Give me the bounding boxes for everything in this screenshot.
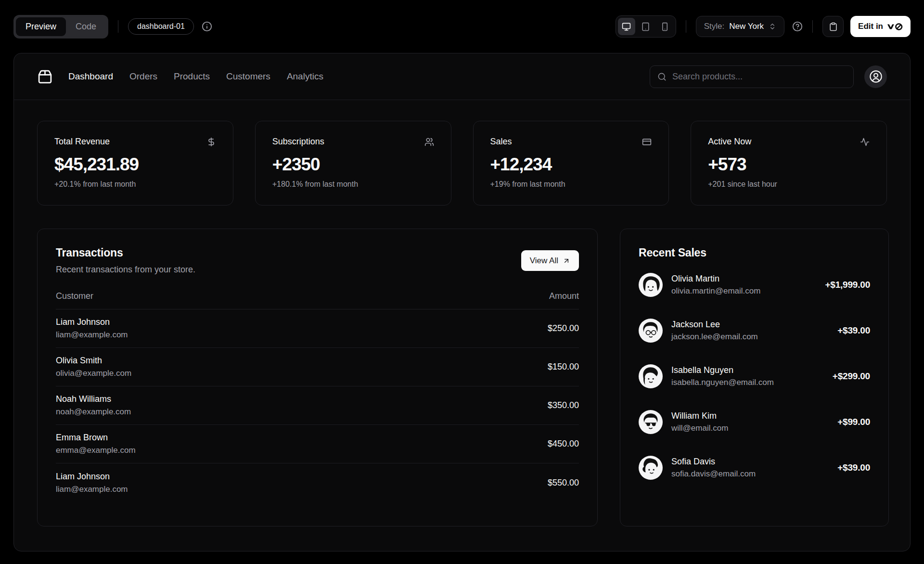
customer-name: Liam Johnson (56, 472, 128, 482)
avatar (639, 319, 663, 343)
transaction-amount: $550.00 (548, 478, 579, 488)
nav-item-products[interactable]: Products (174, 71, 210, 82)
style-select[interactable]: Style: New York (696, 16, 784, 37)
sale-customer-name: Isabella Nguyen (671, 365, 774, 375)
customer-email: liam@example.com (56, 330, 128, 340)
toolbar-right-group: Style: New York Edit in (616, 15, 911, 38)
sale-customer-name: Olivia Martin (671, 274, 760, 284)
nav-item-orders[interactable]: Orders (129, 71, 157, 82)
table-row[interactable]: Liam Johnson liam@example.com $550.00 (56, 463, 579, 502)
avatar (639, 273, 663, 297)
transactions-table-header: Customer Amount (56, 291, 579, 309)
list-item[interactable]: Olivia Martin olivia.martin@email.com +$… (639, 273, 870, 297)
stat-value: +12,234 (490, 154, 652, 175)
customer-name: Emma Brown (56, 433, 136, 443)
dashboard-preview-panel: Dashboard Orders Products Customers Anal… (13, 53, 911, 551)
stat-card-total-revenue: Total Revenue $45,231.89 +20.1% from las… (37, 121, 233, 205)
stat-value: $45,231.89 (54, 154, 216, 175)
transactions-title: Transactions (56, 246, 579, 259)
customer-email: liam@example.com (56, 485, 128, 494)
list-item[interactable]: Jackson Lee jackson.lee@email.com +$39.0… (639, 319, 870, 343)
search-input[interactable] (672, 72, 846, 82)
toolbar-divider (686, 20, 686, 33)
stat-value: +2350 (272, 154, 434, 175)
nav-item-analytics[interactable]: Analytics (287, 71, 323, 82)
stat-cards-row: Total Revenue $45,231.89 +20.1% from las… (37, 121, 887, 205)
toolbar-left-group: Preview Code dashboard-01 (13, 15, 212, 38)
user-circle-icon (869, 70, 883, 83)
avatar (639, 364, 663, 388)
customer-name: Liam Johnson (56, 317, 128, 327)
column-customer: Customer (56, 291, 93, 301)
product-search (650, 65, 854, 88)
transaction-amount: $250.00 (548, 323, 579, 333)
list-item[interactable]: Sofia Davis sofia.davis@email.com +$39.0… (639, 456, 870, 480)
dollar-sign-icon (206, 137, 216, 147)
edit-in-v0-button[interactable]: Edit in (850, 16, 911, 37)
block-name-badge: dashboard-01 (128, 18, 194, 35)
stat-card-active-now: Active Now +573 +201 since last hour (691, 121, 887, 205)
top-toolbar: Preview Code dashboard-01 Style: New Yor… (0, 0, 924, 53)
stat-change: +180.1% from last month (272, 180, 434, 189)
v0-logo-icon (887, 23, 903, 31)
transaction-amount: $150.00 (548, 362, 579, 372)
nav-item-dashboard[interactable]: Dashboard (68, 71, 113, 82)
recent-sales-list: Olivia Martin olivia.martin@email.com +$… (639, 273, 870, 480)
toolbar-divider (118, 20, 118, 33)
chevrons-up-down-icon (769, 23, 776, 30)
sale-amount: +$99.00 (837, 417, 870, 427)
table-row[interactable]: Noah Williams noah@example.com $350.00 (56, 386, 579, 425)
sale-customer-name: Jackson Lee (671, 320, 758, 330)
code-tab[interactable]: Code (66, 17, 106, 36)
stat-change: +201 since last hour (708, 180, 870, 189)
customer-email: olivia@example.com (56, 369, 131, 378)
monitor-icon[interactable] (618, 18, 635, 35)
sale-customer-name: Sofia Davis (671, 457, 756, 467)
clipboard-icon (829, 22, 838, 31)
device-preview-toggle (616, 15, 676, 38)
table-row[interactable]: Emma Brown emma@example.com $450.00 (56, 425, 579, 463)
nav-links: Dashboard Orders Products Customers Anal… (68, 71, 323, 82)
stat-card-sales: Sales +12,234 +19% from last month (473, 121, 669, 205)
stat-title: Sales (490, 137, 512, 147)
recent-sales-title: Recent Sales (639, 246, 870, 259)
sale-customer-email: isabella.nguyen@email.com (671, 378, 774, 387)
table-row[interactable]: Olivia Smith olivia@example.com $150.00 (56, 348, 579, 386)
view-toggle: Preview Code (13, 15, 108, 38)
activity-icon (860, 137, 870, 147)
stat-title: Total Revenue (54, 137, 110, 147)
stat-title: Active Now (708, 137, 751, 147)
clipboard-copy-button[interactable] (822, 16, 844, 37)
transactions-card: Transactions Recent transactions from yo… (37, 229, 598, 526)
style-select-label: Style: (704, 22, 725, 31)
sale-customer-email: jackson.lee@email.com (671, 332, 758, 342)
sale-amount: +$299.00 (833, 371, 870, 382)
list-item[interactable]: William Kim will@email.com +$99.00 (639, 410, 870, 434)
smartphone-icon[interactable] (656, 18, 674, 35)
stat-value: +573 (708, 154, 870, 175)
search-icon (657, 72, 667, 81)
list-item[interactable]: Isabella Nguyen isabella.nguyen@email.co… (639, 364, 870, 388)
customer-name: Olivia Smith (56, 356, 131, 366)
stat-card-subscriptions: Subscriptions +2350 +180.1% from last mo… (255, 121, 451, 205)
nav-item-customers[interactable]: Customers (226, 71, 270, 82)
recent-sales-card: Recent Sales Olivia Martin olivia.martin… (620, 229, 889, 526)
arrow-up-right-icon (563, 257, 570, 265)
table-row[interactable]: Liam Johnson liam@example.com $250.00 (56, 309, 579, 348)
sale-customer-email: olivia.martin@email.com (671, 286, 760, 296)
tablet-icon[interactable] (637, 18, 654, 35)
transaction-amount: $450.00 (548, 439, 579, 449)
style-select-value: New York (729, 22, 764, 31)
lower-cards-row: Transactions Recent transactions from yo… (37, 229, 887, 526)
sale-customer-name: William Kim (671, 411, 728, 421)
info-circle-icon[interactable] (202, 21, 212, 32)
help-circle-icon[interactable] (792, 21, 803, 32)
account-menu-button[interactable] (864, 65, 887, 88)
preview-tab[interactable]: Preview (16, 17, 66, 36)
avatar (639, 410, 663, 434)
customer-email: noah@example.com (56, 407, 131, 417)
view-all-button[interactable]: View All (521, 250, 579, 271)
avatar (639, 456, 663, 480)
stat-change: +19% from last month (490, 180, 652, 189)
package-icon[interactable] (37, 69, 53, 85)
